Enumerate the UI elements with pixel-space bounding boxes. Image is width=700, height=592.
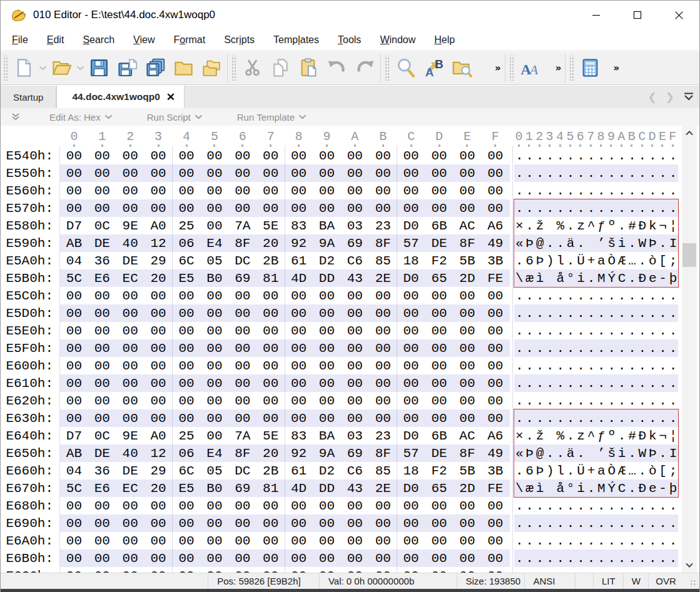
hex-byte[interactable]: 00 [341, 411, 369, 426]
hex-byte[interactable]: 00 [285, 201, 313, 216]
hex-byte[interactable]: 00 [256, 341, 285, 356]
hex-byte[interactable]: DE [425, 236, 454, 251]
hex-byte[interactable]: 00 [481, 534, 509, 548]
ascii-char[interactable]: . [607, 184, 617, 198]
hex-byte[interactable]: 92 [285, 446, 313, 461]
hex-byte[interactable]: 00 [313, 341, 341, 356]
ascii-char[interactable]: . [617, 289, 627, 303]
hex-byte[interactable]: 00 [369, 324, 397, 338]
ascii-char[interactable]: . [576, 359, 586, 373]
ascii-char[interactable]: . [617, 149, 627, 163]
ascii-char[interactable]: . [607, 551, 617, 566]
hex-byte[interactable]: 00 [60, 499, 88, 513]
ascii-char[interactable]: . [576, 551, 586, 566]
ascii-char[interactable]: . [596, 184, 606, 198]
ascii-char[interactable]: . [607, 149, 617, 163]
ascii-char[interactable]: . [555, 359, 566, 373]
save-all-button[interactable] [141, 54, 170, 82]
hex-byte[interactable]: 00 [369, 184, 397, 198]
ascii-char[interactable]: . [566, 149, 576, 163]
font-options-button[interactable]: A A [516, 54, 544, 82]
hex-byte[interactable]: 00 [285, 411, 313, 426]
ascii-char[interactable]: . [586, 516, 596, 531]
ascii-char[interactable]: . [637, 324, 647, 338]
hex-byte[interactable]: 00 [369, 411, 397, 426]
ascii-char[interactable]: . [647, 184, 657, 198]
ascii-char[interactable]: . [647, 499, 657, 513]
hex-byte[interactable]: 00 [228, 324, 256, 338]
ascii-char[interactable]: . [668, 516, 678, 531]
ascii-char[interactable]: . [514, 394, 524, 408]
hex-byte[interactable]: 00 [341, 166, 369, 181]
ascii-char[interactable]: . [647, 289, 657, 303]
ascii-char[interactable]: . [514, 534, 524, 548]
new-file-dropdown[interactable] [38, 66, 48, 71]
status-charset[interactable]: ANSI [524, 573, 576, 589]
hex-byte[interactable]: 00 [228, 201, 256, 216]
hex-byte[interactable]: 9A [313, 236, 341, 251]
hex-byte[interactable]: 00 [200, 341, 228, 356]
hex-editor-view[interactable]: 0123456789ABCDEF 0123456789ABCDEF E540h:… [1, 126, 699, 573]
hex-byte[interactable]: 00 [285, 149, 313, 163]
ascii-char[interactable]: . [668, 376, 678, 391]
hex-byte[interactable]: 00 [173, 534, 201, 548]
hex-byte[interactable]: 00 [228, 376, 256, 391]
hex-byte[interactable]: 23 [369, 429, 397, 443]
ascii-char[interactable]: . [596, 376, 606, 391]
ascii-char[interactable]: . [647, 324, 657, 338]
hex-byte[interactable]: 00 [481, 184, 509, 198]
hex-byte[interactable]: 00 [60, 166, 88, 181]
hex-byte[interactable]: 2B [256, 254, 285, 268]
status-overwrite[interactable]: OVR [648, 573, 683, 589]
ascii-char[interactable]: . [617, 551, 627, 566]
hex-byte[interactable]: 00 [60, 184, 88, 198]
hex-byte[interactable]: 00 [397, 376, 425, 391]
hex-byte[interactable]: 25 [173, 219, 201, 233]
hex-byte[interactable]: 00 [173, 184, 201, 198]
ascii-char[interactable]: . [627, 341, 637, 356]
hex-byte[interactable]: 5B [453, 464, 481, 478]
hex-byte[interactable]: 00 [341, 341, 369, 356]
hex-byte[interactable]: 61 [285, 254, 313, 268]
hex-byte[interactable]: 00 [369, 149, 397, 163]
hex-byte[interactable]: 00 [200, 499, 228, 513]
ascii-char[interactable]: . [617, 341, 627, 356]
menu-edit[interactable]: Edit [38, 31, 74, 49]
hex-byte[interactable]: 00 [173, 516, 201, 531]
ascii-char[interactable]: . [617, 306, 627, 321]
ascii-char[interactable]: . [668, 534, 678, 548]
hex-byte[interactable]: 00 [481, 324, 509, 338]
toolbar-grip[interactable] [509, 56, 514, 81]
ascii-char[interactable]: . [535, 166, 545, 181]
ascii-char[interactable]: . [586, 166, 596, 181]
ascii-char[interactable]: . [607, 306, 617, 321]
hex-byte[interactable]: 00 [256, 411, 285, 426]
ascii-char[interactable]: . [657, 149, 667, 163]
hex-byte[interactable]: 00 [145, 166, 173, 181]
hex-byte[interactable]: 00 [256, 184, 285, 198]
hex-byte[interactable]: 40 [116, 446, 145, 461]
ascii-char[interactable]: . [647, 306, 657, 321]
hex-byte[interactable]: 00 [285, 341, 313, 356]
hex-byte[interactable]: 36 [88, 254, 116, 268]
ascii-char[interactable]: . [524, 534, 534, 548]
hex-byte[interactable]: 00 [397, 534, 425, 548]
hex-byte[interactable]: 00 [88, 534, 116, 548]
hex-byte[interactable]: 00 [425, 394, 454, 408]
tab-current-file[interactable]: 44.doc.4xw1woqp0 ✕ [56, 86, 185, 108]
ascii-char[interactable]: . [535, 289, 545, 303]
hex-byte[interactable]: 00 [453, 166, 481, 181]
hex-byte[interactable]: 00 [145, 306, 173, 321]
hex-byte[interactable]: 00 [256, 149, 285, 163]
tab-startup[interactable]: Startup [1, 86, 56, 108]
ascii-char[interactable]: . [524, 394, 534, 408]
ascii-char[interactable]: . [576, 394, 586, 408]
ascii-char[interactable]: . [657, 184, 667, 198]
ascii-char[interactable]: . [627, 551, 637, 566]
hex-byte[interactable]: F2 [425, 464, 454, 478]
hex-byte[interactable]: 00 [313, 516, 341, 531]
hex-byte[interactable]: 23 [369, 219, 397, 233]
hex-byte[interactable]: 00 [145, 289, 173, 303]
ascii-char[interactable]: . [637, 376, 647, 391]
hex-byte[interactable]: 00 [285, 184, 313, 198]
